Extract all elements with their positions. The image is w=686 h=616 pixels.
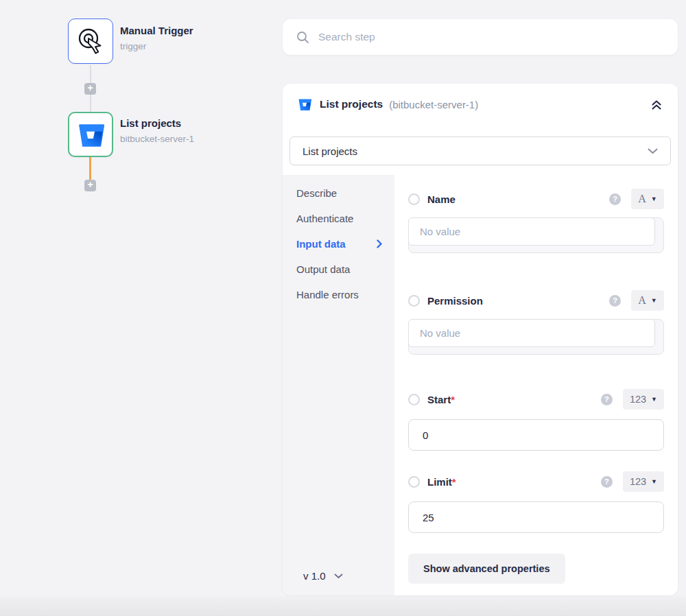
node-manual-trigger-text: Manual Trigger trigger <box>120 25 193 51</box>
tab-label: Input data <box>296 238 346 250</box>
node-list-projects[interactable] <box>68 112 113 157</box>
field-start-input[interactable] <box>408 419 664 451</box>
node-title: Manual Trigger <box>120 25 193 36</box>
caret-down-icon: ▼ <box>651 478 657 485</box>
tab-output-data[interactable]: Output data <box>283 257 394 282</box>
tab-label: Authenticate <box>296 213 353 224</box>
question-icon[interactable]: ? <box>601 476 613 488</box>
type-badge-label: 123 <box>630 394 646 405</box>
panel-connection-name: (bitbucket-server-1) <box>389 99 478 110</box>
bitbucket-icon <box>77 121 104 148</box>
field-radio[interactable] <box>408 295 420 307</box>
add-step-button[interactable]: + <box>84 180 96 191</box>
workflow-builder: Manual Trigger trigger + List projects b… <box>0 0 686 616</box>
caret-down-icon: ▼ <box>651 196 657 202</box>
question-icon[interactable]: ? <box>601 394 613 405</box>
type-badge-label: A <box>638 193 646 205</box>
page-bottom-edge <box>0 597 686 616</box>
show-advanced-properties-button[interactable]: Show advanced properties <box>408 554 565 584</box>
tab-describe[interactable]: Describe <box>283 180 394 206</box>
required-mark: * <box>451 394 455 405</box>
node-subtitle: trigger <box>120 41 193 51</box>
search-icon <box>296 31 309 44</box>
node-manual-trigger[interactable] <box>68 19 113 64</box>
input-data-form: Name ? A ▼ Permission ? A <box>394 175 678 595</box>
panel-body: Describe Authenticate Input data Output … <box>283 175 678 595</box>
field-permission-input-wrap <box>408 319 664 355</box>
collapse-panel-button[interactable] <box>650 98 663 110</box>
field-permission-header: Permission ? A ▼ <box>408 290 664 311</box>
field-radio[interactable] <box>408 193 420 205</box>
field-label: Limit <box>427 476 452 488</box>
field-radio[interactable] <box>408 476 420 488</box>
tab-label: Describe <box>296 187 337 199</box>
node-list-projects-text: List projects bitbucket-server-1 <box>120 117 194 144</box>
field-label: Permission <box>427 295 483 307</box>
field-type-dropdown[interactable]: A ▼ <box>631 189 664 209</box>
panel-header: List projects (bitbucket-server-1) <box>283 84 678 125</box>
node-subtitle: bitbucket-server-1 <box>120 134 194 144</box>
version-label: v 1.0 <box>303 570 326 582</box>
chevron-right-icon <box>377 239 382 248</box>
type-badge-label: A <box>638 294 646 307</box>
question-icon[interactable]: ? <box>609 295 621 307</box>
field-start-input-wrap <box>408 419 664 451</box>
step-search-bar <box>283 19 678 55</box>
collapse-up-icon <box>650 98 663 110</box>
field-type-dropdown[interactable]: 123 ▼ <box>623 471 664 492</box>
field-label: Start <box>427 394 451 405</box>
chevron-down-icon <box>334 573 343 579</box>
field-type-dropdown[interactable]: A ▼ <box>631 290 664 311</box>
field-name-header: Name ? A ▼ <box>408 189 664 209</box>
field-limit-header: Limit * ? 123 ▼ <box>408 471 664 492</box>
caret-down-icon: ▼ <box>651 396 657 403</box>
question-icon[interactable]: ? <box>609 193 621 205</box>
field-limit-input[interactable] <box>408 501 664 533</box>
search-input[interactable] <box>318 31 664 43</box>
tab-handle-errors[interactable]: Handle errors <box>283 282 394 307</box>
tab-authenticate[interactable]: Authenticate <box>283 206 394 231</box>
manual-trigger-icon <box>77 27 104 55</box>
operation-select[interactable]: List projects <box>289 137 671 165</box>
step-properties-panel: List projects (bitbucket-server-1) List … <box>283 84 678 595</box>
field-type-dropdown[interactable]: 123 ▼ <box>623 389 664 410</box>
caret-down-icon: ▼ <box>651 297 657 304</box>
tab-label: Output data <box>296 263 350 275</box>
panel-tabs: Describe Authenticate Input data Output … <box>283 175 394 595</box>
chevron-down-icon <box>648 148 658 154</box>
tab-input-data[interactable]: Input data <box>283 231 394 257</box>
field-start-header: Start * ? 123 ▼ <box>408 389 664 410</box>
tab-label: Handle errors <box>296 289 359 300</box>
required-mark: * <box>452 476 456 488</box>
connector-line-active <box>89 157 91 180</box>
field-limit-input-wrap <box>408 501 664 533</box>
panel-title: List projects <box>320 98 383 110</box>
node-title: List projects <box>120 117 194 129</box>
field-permission-input[interactable] <box>408 319 655 347</box>
version-picker[interactable]: v 1.0 <box>303 570 343 582</box>
bitbucket-icon <box>298 97 311 111</box>
field-name-input-wrap <box>408 217 664 253</box>
field-name-input[interactable] <box>408 217 655 246</box>
type-badge-label: 123 <box>630 476 646 487</box>
field-radio[interactable] <box>408 394 420 405</box>
add-step-button[interactable]: + <box>84 83 96 95</box>
field-label: Name <box>427 193 456 205</box>
operation-select-value: List projects <box>303 145 357 157</box>
